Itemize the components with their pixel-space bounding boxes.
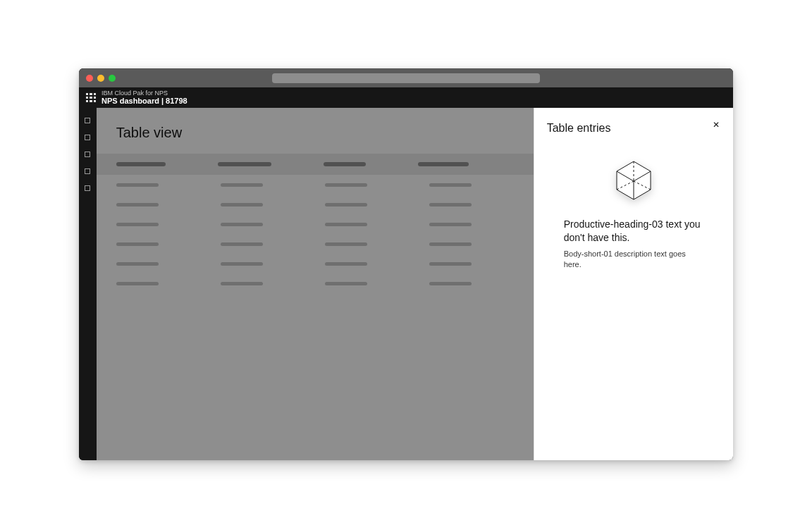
table-row[interactable] [97, 234, 534, 254]
sidebar-item-2[interactable] [85, 135, 90, 140]
empty-state-cube-icon [547, 160, 720, 201]
side-panel: Table entries ✕ Productive-heading-03 te… [534, 108, 733, 460]
column-header [324, 162, 366, 166]
window-titlebar [79, 68, 733, 87]
cell [429, 282, 472, 285]
column-header [218, 162, 271, 166]
sidebar-item-4[interactable] [85, 168, 90, 174]
sidebar-item-1[interactable] [85, 118, 90, 123]
table-row[interactable] [97, 273, 534, 293]
cell [325, 203, 367, 207]
window-minimize-button[interactable] [97, 75, 104, 82]
cell [429, 242, 472, 246]
table-row[interactable] [97, 214, 534, 234]
cell [221, 282, 263, 285]
url-bar-placeholder[interactable] [272, 73, 540, 83]
data-table [97, 154, 534, 293]
cell [221, 183, 263, 187]
cell [116, 282, 159, 285]
main-pane: Table view [97, 108, 534, 460]
window-controls [86, 75, 116, 82]
product-line: IBM Cloud Pak for NPS [102, 90, 187, 97]
cell [221, 262, 263, 266]
cell [325, 262, 367, 266]
table-row[interactable] [97, 254, 534, 273]
cell [429, 183, 472, 187]
cell [116, 242, 159, 246]
close-icon[interactable]: ✕ [709, 118, 723, 132]
empty-state-heading: Productive-heading-03 text you don't hav… [564, 218, 703, 245]
browser-window: IBM Cloud Pak for NPS NPS dashboard | 81… [79, 68, 733, 460]
content-area: Table view [79, 108, 733, 460]
cell [221, 242, 263, 246]
table-row[interactable] [97, 175, 534, 195]
cell [325, 183, 367, 187]
table-header-row [97, 154, 534, 175]
cell [429, 203, 472, 207]
cell [116, 203, 159, 207]
cell [325, 282, 367, 285]
sidebar-item-3[interactable] [85, 152, 90, 157]
cell [116, 262, 159, 266]
window-close-button[interactable] [86, 75, 93, 82]
empty-state-description: Body-short-01 description text goes here… [564, 249, 703, 271]
cell [221, 203, 263, 207]
cell [116, 183, 159, 187]
cell [116, 223, 159, 226]
side-panel-title: Table entries [547, 122, 720, 135]
product-header: IBM Cloud Pak for NPS NPS dashboard | 81… [79, 87, 733, 108]
empty-state-text: Productive-heading-03 text you don't hav… [547, 218, 720, 271]
column-header [418, 162, 469, 166]
cell [221, 223, 263, 226]
cell [429, 223, 472, 226]
column-header [116, 162, 166, 166]
cell [429, 262, 472, 266]
close-icon-glyph: ✕ [713, 121, 720, 129]
page-title: Table view [97, 108, 534, 154]
window-maximize-button[interactable] [109, 75, 116, 82]
page-name: NPS dashboard | 81798 [102, 97, 187, 105]
app-switcher-icon[interactable] [86, 93, 96, 103]
table-row[interactable] [97, 195, 534, 214]
sidebar-item-5[interactable] [85, 185, 90, 191]
cell [325, 223, 367, 226]
cell [325, 242, 367, 246]
header-text: IBM Cloud Pak for NPS NPS dashboard | 81… [102, 90, 187, 106]
sidebar [79, 108, 97, 460]
